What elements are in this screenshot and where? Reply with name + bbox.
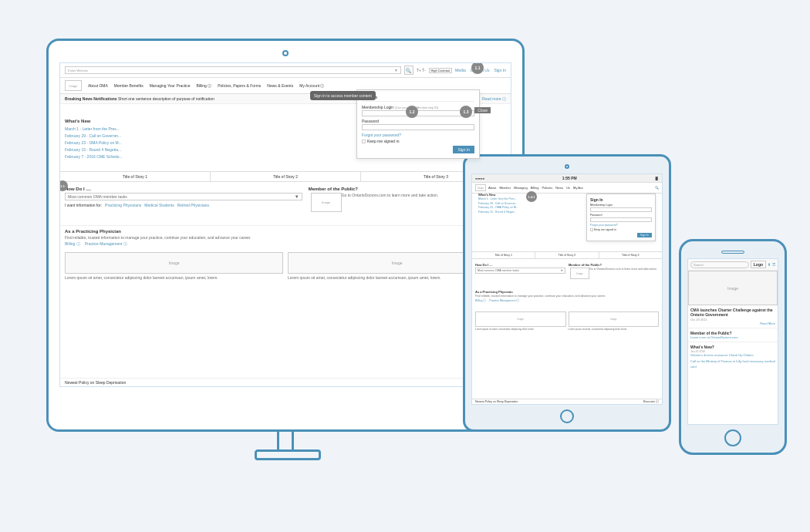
medical-students-link[interactable]: Medical Students [144, 203, 174, 207]
tab-nav-managing[interactable]: Managing [514, 186, 528, 190]
nav-policies[interactable]: Policies, Papers & Forms [218, 83, 261, 88]
search-icon: 🔍 [406, 68, 411, 73]
desktop-top-bar: Entire Website ▼ 🔍 T+ T- High Contrast M… [60, 63, 511, 78]
phone-search-input[interactable]: Search [690, 261, 749, 268]
tablet-story-3[interactable]: Title of Story 3 [599, 252, 662, 258]
desktop-search-box[interactable]: Entire Website ▼ [65, 66, 401, 74]
tablet-screen-content: ●●●●● 1:55 PM ▐▌ Image About Member Mana… [472, 174, 662, 404]
tablet-screen: ●●●●● 1:55 PM ▐▌ Image About Member Mana… [471, 173, 663, 405]
tablet-news-item-4[interactable]: February 15 - Round 4 Negoti... [478, 210, 549, 215]
tab-nav-news[interactable]: News [555, 186, 563, 190]
close-button[interactable]: Close [474, 107, 491, 113]
tablet-billing-link[interactable]: Billing ⓘ [475, 299, 486, 302]
desktop-search-button[interactable]: 🔍 [404, 66, 413, 75]
practice-mgmt-link[interactable]: Practice Management ⓘ [85, 241, 127, 246]
tablet-practice-link[interactable]: Practice Management ⓘ [489, 299, 519, 302]
tablet-signal: ●●●●● [475, 177, 484, 180]
tab-nav-about[interactable]: About [488, 186, 496, 190]
tablet-forgot-password[interactable]: Forgot your password? [590, 224, 652, 227]
tab-nav-member[interactable]: Member [499, 186, 511, 190]
badge-1-2: 1.2 [406, 106, 418, 118]
tablet-camera [565, 164, 569, 169]
phone-speaker [721, 251, 744, 254]
tablet-home-button[interactable] [560, 409, 574, 423]
story-tile-2[interactable]: Title of Story 2 [211, 172, 361, 181]
desktop-signin-modal: Sign In Membership Login (Use your OMA M… [356, 89, 480, 159]
desktop-filter-icon: ▼ [394, 68, 398, 72]
tablet-member-public: Member of the Public? Image Go to Ontari… [569, 263, 659, 279]
tablet-password-input[interactable] [590, 217, 652, 222]
tab-nav-policies[interactable]: Policies [542, 186, 552, 190]
phone-home-button[interactable] [724, 429, 741, 446]
nav-about[interactable]: About OMA [88, 83, 108, 88]
tablet-keep-checkbox[interactable] [590, 228, 593, 231]
tablet-discounts[interactable]: Discounts ⓘ [643, 400, 659, 403]
phone-news-title[interactable]: CMA launches Charter Challenge against t… [690, 308, 775, 317]
how-do-i-dropdown[interactable]: Most common OMA member tasks ▼ [65, 193, 302, 200]
nav-member[interactable]: Member Benefits [114, 83, 143, 88]
tablet-whats-new-title: What's New [478, 193, 549, 197]
modal-forgot-password[interactable]: Forgot your password? [362, 133, 474, 137]
phone-read-more-link[interactable]: Read More [690, 322, 775, 325]
text-resize-controls[interactable]: T+ T- [417, 68, 426, 72]
tablet-lower-image-1: Image [475, 311, 566, 327]
tablet-story-2[interactable]: Title of Story 2 [535, 252, 599, 258]
phone-screen: Search Logo ⬆ ☰ Image CMA launches Chart… [687, 258, 778, 425]
desktop-nav-items: About OMA Member Benefits Managing Your … [88, 83, 506, 88]
phone-member-public: Member of the Public? Learn more at Onta… [688, 328, 778, 342]
nav-billing[interactable]: Billing ⓘ [196, 83, 211, 88]
news-item-3[interactable]: February 23 - OMA Policy on M... [65, 140, 219, 146]
nav-managing[interactable]: Managing Your Practice [150, 83, 191, 88]
news-item-4[interactable]: February 15 - Round 4 Negotia... [65, 146, 219, 153]
tablet-sign-in-button[interactable]: Sign In [637, 233, 652, 237]
tablet-newest-policy[interactable]: Newest Policy on Sleep Deprivation [475, 400, 518, 403]
story-tile-1[interactable]: Title of Story 1 [60, 172, 211, 181]
modal-membership-input[interactable] [362, 110, 474, 116]
desktop-search-text: Entire Website [68, 69, 394, 72]
desktop-story-tiles: Title of Story 1 Title of Story 2 Title … [60, 171, 511, 182]
tab-nav-my-acc[interactable]: My Acc [573, 186, 583, 190]
phone-bookmark-icon[interactable]: ☰ [772, 262, 775, 267]
modal-keep-signed-in-row: Keep me signed in [362, 139, 474, 143]
sign-in-link[interactable]: Sign In [494, 68, 506, 72]
billing-link[interactable]: Billing ⓘ [65, 241, 80, 246]
tablet-whats-new: What's New March 1 - Letter from the Pre… [475, 191, 552, 216]
nav-news[interactable]: News & Events [267, 83, 293, 88]
nav-my-account[interactable]: My Account ⓘ [299, 83, 324, 88]
phone-news-text-2[interactable]: Call on the Ministry of Finance to fully… [690, 359, 775, 369]
tablet-physician-links: Billing ⓘ Practice Management ⓘ [475, 299, 659, 302]
lower-text-1: Lorem ipsum sit amet, consectetur adipis… [65, 275, 283, 281]
desktop-logo: Image [65, 80, 82, 91]
modal-keep-signed-in-checkbox[interactable] [362, 140, 366, 143]
modal-title: Sign In [362, 95, 474, 102]
phone-news-text-1[interactable]: Ontario's doctors announce Check Up Onta… [690, 353, 775, 358]
tablet-membership-input[interactable] [590, 207, 652, 212]
modal-sign-in-button[interactable]: Sign In [453, 146, 474, 153]
tab-nav-billing[interactable]: Billing [531, 186, 539, 190]
news-item-5[interactable]: February 7 - 2016 CME Schedu... [65, 153, 219, 160]
phone-whats-new-title: What's New? [690, 345, 775, 349]
tablet-search-icon[interactable]: 🔍 [655, 186, 659, 190]
news-item-1[interactable]: March 1 - Letter from the Pres... [65, 126, 219, 133]
tablet-dropdown[interactable]: Most common OMA member tasks ▼ [475, 268, 565, 274]
modal-password-input[interactable] [362, 124, 474, 130]
monitor-frame: Entire Website ▼ 🔍 T+ T- High Contrast M… [46, 39, 525, 432]
phone-news-item-1: Jan 20 2016 Ontario's doctors announce C… [690, 350, 775, 358]
tablet-lower-col-1: Image Lorem ipsum sit amet, consectetur … [475, 311, 566, 331]
tablet-device: ●●●●● 1:55 PM ▐▌ Image About Member Mana… [463, 154, 671, 432]
tab-nav-us[interactable]: Us [566, 186, 570, 190]
read-more-link[interactable]: Read more ⓘ [482, 96, 506, 101]
practicing-physicians-link[interactable]: Practicing Physicians [105, 203, 141, 207]
desktop-lower-grid: Image Lorem ipsum sit amet, consectetur … [60, 252, 511, 281]
tablet-member-text: Go to OntarioDoctors.com to learn more a… [589, 268, 657, 279]
desktop-screen-content: Entire Website ▼ 🔍 T+ T- High Contrast M… [60, 63, 511, 386]
media-link[interactable]: Media [455, 68, 466, 72]
tablet-story-1[interactable]: Title of Story 1 [472, 252, 535, 258]
news-item-2[interactable]: February 29 - Call on Governm... [65, 133, 219, 140]
monitor-screen: Entire Website ▼ 🔍 T+ T- High Contrast M… [59, 62, 511, 387]
retired-physicians-link[interactable]: Retired Physicians [177, 203, 209, 207]
phone-share-icon[interactable]: ⬆ [768, 262, 771, 267]
newest-policy-link[interactable]: Newest Policy on Sleep Deprivation [65, 380, 126, 385]
contrast-button[interactable]: High Contrast [429, 68, 452, 73]
phone-member-text[interactable]: Learn more at OntarioDoctors.com [690, 335, 775, 339]
